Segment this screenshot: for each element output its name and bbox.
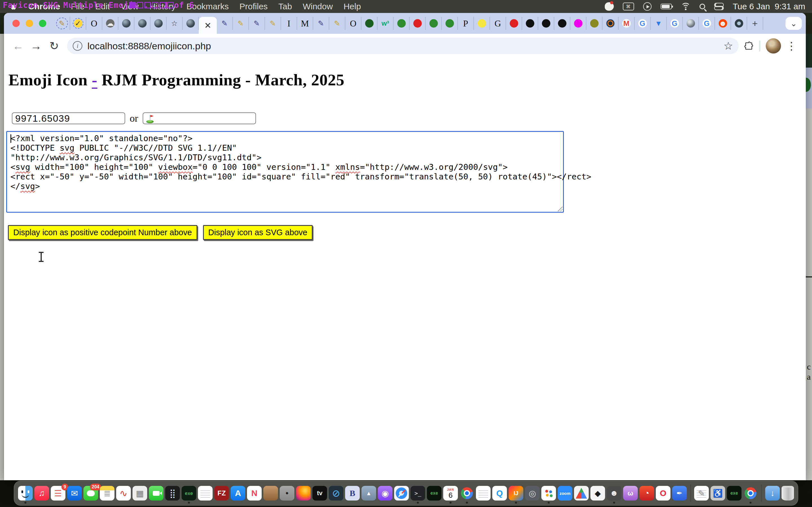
pencil-dashed-tab[interactable]: ✎ [54,17,70,30]
pencil-tab[interactable]: ✎ [265,17,281,30]
black-dot-tab[interactable] [522,17,538,30]
gray-globe-tab[interactable] [683,17,699,30]
blue-triangle-tab[interactable]: ▼ [651,17,667,30]
globe-tab[interactable] [135,17,151,30]
minimize-window-button[interactable] [26,20,33,27]
dock-mail-icon[interactable]: ✉ [67,486,82,501]
menu-tab[interactable]: Tab [278,2,292,11]
dock-intellij-icon[interactable]: IJ [509,486,523,501]
dock-apple-tv-icon[interactable]: tv [312,486,327,501]
reload-button[interactable]: ↻ [46,38,62,54]
dock-podcasts-icon[interactable]: ◉ [378,486,393,501]
letter-i-tab[interactable]: I [281,17,297,30]
google-tab[interactable]: G [635,17,651,30]
red-dot-tab[interactable] [506,17,522,30]
display-svg-button[interactable]: Display icon as SVG above [203,225,313,240]
dock-cat-app-icon[interactable]: ω [623,486,638,501]
dock-wave-app-icon[interactable]: ∿ [116,486,131,501]
dock-zoom-icon[interactable]: zoom [558,486,572,501]
dock-leather-app-icon[interactable] [263,486,278,501]
site-info-icon[interactable]: i [73,41,82,51]
green-dot-tab[interactable] [394,17,410,30]
globe-tab[interactable] [118,17,135,30]
bookmark-star-icon[interactable]: ☆ [723,40,733,52]
magenta-dot-tab[interactable] [570,17,587,30]
yellow-dot-tab[interactable] [474,17,490,30]
menu-edit[interactable]: Edit [95,2,110,11]
dock-system-rings-icon[interactable]: ◎ [525,486,540,501]
globe-tab[interactable] [151,17,167,30]
dock-finder-icon[interactable] [18,486,33,501]
forward-button[interactable]: → [28,38,44,54]
menu-help[interactable]: Help [343,2,361,11]
menu-bookmarks[interactable]: Bookmarks [186,2,229,11]
menu-profiles[interactable]: Profiles [239,2,267,11]
pencil-tab[interactable]: ✎ [217,17,233,30]
recorder-app-icon[interactable] [605,2,614,11]
tab-search-button[interactable]: ⌄ [785,17,802,30]
dock-chrome-dev-icon[interactable] [743,486,758,501]
gmail-tab[interactable]: M [619,17,635,30]
google-tab[interactable]: G [699,17,715,30]
dark-green-dot-tab[interactable] [361,17,377,30]
dock-notes-icon[interactable]: ≣ [100,486,114,501]
letter-g-tab[interactable]: G [490,17,506,30]
control-center-icon[interactable] [714,3,724,10]
letter-m-tab[interactable]: M [297,17,313,30]
new-tab[interactable]: + [747,17,763,30]
pencil-tab[interactable]: ✎ [233,17,249,30]
textarea-resize-grip[interactable] [557,206,562,211]
dock-mouse-app-icon[interactable]: • [280,486,294,501]
close-window-button[interactable] [12,20,20,27]
blob-tab[interactable]: ☁ [102,17,118,30]
dock-firefox-icon[interactable] [296,486,311,501]
wifi-icon[interactable] [681,3,691,10]
url-text[interactable]: localhost:8888/emojiicon.php [87,41,723,52]
dock-terminal-exe-3-icon[interactable]: exe [727,486,742,501]
spotlight-search-icon[interactable] [700,4,705,9]
profile-avatar[interactable] [766,38,781,54]
dock-textedit-icon[interactable] [198,486,213,501]
letter-o-tab[interactable]: O [345,17,361,30]
dock-gauge-app-icon[interactable]: ◔ [640,486,654,501]
dock-keypad-app-icon[interactable]: ⣿ [165,486,180,501]
pencil-tab[interactable]: ✎ [313,17,329,30]
dock-opera-icon[interactable]: O [656,486,670,501]
dock-inkscape-icon[interactable]: ◆ [591,486,605,501]
dock-gimp-icon[interactable]: ☻ [607,486,621,501]
menu-window[interactable]: Window [303,2,333,11]
close-tab-icon[interactable]: ✕ [204,20,211,31]
reddit-tab[interactable]: ☻ [715,17,731,30]
green-dot-tab[interactable] [442,17,458,30]
black-dot-tab[interactable] [538,17,554,30]
rings-tab[interactable] [603,17,619,30]
active-tab[interactable]: ✕ [199,17,217,34]
dock-music-icon[interactable]: ♫ [35,486,49,501]
emoji-input[interactable] [143,112,256,124]
svg-textarea[interactable]: <?xml version="1.0" standalone="no"?><!D… [6,131,564,213]
red-dot-tab[interactable] [410,17,426,30]
menu-app-name[interactable]: Chrome [28,2,60,11]
play-status-icon[interactable] [643,2,652,11]
codepoint-number-input[interactable] [12,112,125,124]
extensions-puzzle-icon[interactable] [744,41,754,51]
dock-quicktime-icon[interactable]: Q [492,486,507,501]
dock-downloads-icon[interactable]: ↓ [765,486,780,501]
dock-terminal-icon[interactable]: >_ [410,486,425,501]
dock-filezilla-icon[interactable]: FZ [214,486,229,501]
green-dot-tab[interactable] [426,17,442,30]
dock-app-store-icon[interactable]: A [231,486,245,501]
letter-o-tab[interactable]: O [86,17,102,30]
menu-bar-clock[interactable]: Tue 6 Jan 9:31 am [733,2,805,11]
dock-chrome-icon[interactable] [460,486,474,501]
dock-terminal-exe-2-icon[interactable]: exe [427,486,442,501]
dock-prism-app-icon[interactable] [574,486,589,501]
zoom-window-button[interactable] [39,20,46,27]
globe-tab[interactable] [183,17,199,30]
dock-launchpad-icon[interactable]: ▦ [133,486,147,501]
letter-p-tab[interactable]: P [458,17,474,30]
dock-safari-icon[interactable] [394,486,409,501]
back-button[interactable]: ← [10,38,26,54]
dock-accessibility-app-icon[interactable]: ♿ [711,486,725,501]
pencil-tab[interactable]: ✎ [329,17,345,30]
